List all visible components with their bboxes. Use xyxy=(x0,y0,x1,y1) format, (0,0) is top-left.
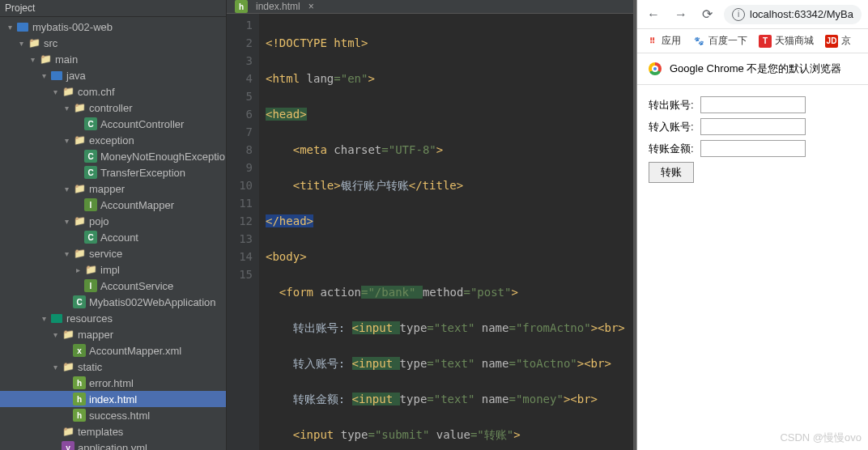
editor-tab-label[interactable]: index.html xyxy=(256,1,300,12)
from-row: 转出账号: xyxy=(649,96,857,113)
info-icon[interactable]: i xyxy=(732,8,745,21)
class-icon: C xyxy=(84,117,97,130)
apps-bookmark[interactable]: ⠿应用 xyxy=(645,34,681,48)
forward-button[interactable]: → xyxy=(671,6,691,23)
package-icon xyxy=(73,101,86,114)
tree-AccountMapperXml[interactable]: xAccountMapper.xml xyxy=(0,342,226,359)
tree-exception[interactable]: ▾exception xyxy=(0,132,226,148)
class-icon: C xyxy=(73,295,86,308)
tree-static[interactable]: ▾static xyxy=(0,359,226,375)
tree-service[interactable]: ▾service xyxy=(0,245,226,261)
chevron-down-icon: ▾ xyxy=(50,87,60,96)
tree-successHtml[interactable]: hsuccess.html xyxy=(0,407,226,423)
submit-row xyxy=(649,162,857,183)
tree-mapper[interactable]: ▾mapper xyxy=(0,180,226,197)
to-input[interactable] xyxy=(700,118,806,135)
chevron-down-icon: ▾ xyxy=(62,248,71,258)
browser-navbar: ← → ⟳ i localhost:63342/MyBa xyxy=(637,0,868,29)
editor-tabbar: h index.html × xyxy=(227,0,633,14)
tree-resources[interactable]: ▾resources xyxy=(0,310,226,326)
package-icon xyxy=(73,182,86,195)
code-content[interactable]: <!DOCTYPE html> <html lang="en"> <head> … xyxy=(259,14,632,450)
tree-pkg[interactable]: ▾com.chf xyxy=(0,83,226,100)
folder-icon xyxy=(62,360,74,373)
back-button[interactable]: ← xyxy=(644,6,663,23)
tree-MoneyNotEnoughException[interactable]: CMoneyNotEnoughExceptio xyxy=(0,148,226,164)
code-area[interactable]: 123456789101112131415 <!DOCTYPE html> <h… xyxy=(227,14,633,450)
reload-button[interactable]: ⟳ xyxy=(699,5,716,23)
chevron-down-icon: ▾ xyxy=(39,313,49,323)
tree-main[interactable]: ▾main xyxy=(0,51,226,67)
from-input[interactable] xyxy=(700,96,806,113)
infobar-text: Google Chrome 不是您的默认浏览器 xyxy=(670,62,841,76)
html-icon: h xyxy=(73,409,86,422)
html-icon: h xyxy=(73,393,86,405)
from-label: 转出账号: xyxy=(649,98,694,112)
folder-icon xyxy=(39,53,52,66)
amount-label: 转账金额: xyxy=(649,142,694,156)
package-icon xyxy=(73,214,86,227)
tree-templates[interactable]: templates xyxy=(0,423,226,439)
chevron-down-icon: ▾ xyxy=(62,184,71,193)
tree-MainApp[interactable]: CMybatis002WebApplication xyxy=(0,294,226,310)
amount-row: 转账金额: xyxy=(649,140,857,157)
tree-AccountService[interactable]: IAccountService xyxy=(0,278,226,294)
class-icon: C xyxy=(84,150,97,163)
to-row: 转入账号: xyxy=(649,118,857,135)
package-icon xyxy=(73,134,86,146)
tree-TransferException[interactable]: CTransferException xyxy=(0,164,226,180)
ide-pane: Project ▾mybatis-002-web ▾src ▾main ▾jav… xyxy=(0,0,633,450)
submit-button[interactable] xyxy=(649,162,694,183)
module-icon xyxy=(16,20,29,33)
url-text: localhost:63342/MyBa xyxy=(750,8,853,20)
tree-indexHtml[interactable]: hindex.html xyxy=(0,391,226,407)
interface-icon: I xyxy=(84,198,97,211)
sidebar-header: Project xyxy=(0,0,226,17)
tree-java[interactable]: ▾java xyxy=(0,67,226,83)
browser-pane: ← → ⟳ i localhost:63342/MyBa ⠿应用 🐾百度一下 T… xyxy=(636,0,868,450)
tree-impl[interactable]: ▸impl xyxy=(0,261,226,278)
line-gutter: 123456789101112131415 xyxy=(227,14,259,450)
tree-errorHtml[interactable]: herror.html xyxy=(0,375,226,391)
tree-controller[interactable]: ▾controller xyxy=(0,100,226,116)
to-label: 转入账号: xyxy=(649,120,694,134)
html-icon: h xyxy=(235,0,248,13)
tree-root[interactable]: ▾mybatis-002-web xyxy=(0,19,226,35)
project-label: Project xyxy=(5,2,35,14)
chevron-down-icon: ▾ xyxy=(50,362,60,371)
chevron-down-icon: ▾ xyxy=(39,70,49,80)
package-icon xyxy=(73,247,86,260)
close-icon[interactable]: × xyxy=(305,1,317,12)
chevron-down-icon: ▾ xyxy=(5,22,15,32)
bookmarks-bar: ⠿应用 🐾百度一下 T天猫商城 JD京 xyxy=(637,29,868,53)
tree-mapperFolder[interactable]: ▾mapper xyxy=(0,326,226,342)
resources-folder-icon xyxy=(50,312,63,325)
baidu-bookmark[interactable]: 🐾百度一下 xyxy=(692,34,747,48)
amount-input[interactable] xyxy=(700,140,806,157)
baidu-icon: 🐾 xyxy=(692,35,705,48)
class-icon: C xyxy=(84,231,97,244)
jd-bookmark[interactable]: JD京 xyxy=(825,34,851,48)
chevron-down-icon: ▾ xyxy=(16,38,26,48)
project-sidebar: Project ▾mybatis-002-web ▾src ▾main ▾jav… xyxy=(0,0,227,450)
xml-icon: x xyxy=(73,344,86,357)
tree-src[interactable]: ▾src xyxy=(0,35,226,51)
chrome-infobar: Google Chrome 不是您的默认浏览器 xyxy=(637,53,868,85)
interface-icon: I xyxy=(84,279,97,292)
chevron-right-icon: ▸ xyxy=(73,265,83,274)
editor-pane: h index.html × 123456789101112131415 <!D… xyxy=(227,0,633,450)
html-icon: h xyxy=(73,376,86,389)
tmall-bookmark[interactable]: T天猫商城 xyxy=(759,34,814,48)
tree-AccountMapper[interactable]: IAccountMapper xyxy=(0,197,226,213)
page-content: 转出账号: 转入账号: 转账金额: xyxy=(637,85,868,199)
chevron-down-icon: ▾ xyxy=(62,135,71,145)
project-tree: ▾mybatis-002-web ▾src ▾main ▾java ▾com.c… xyxy=(0,17,226,450)
tree-AccountController[interactable]: CAccountController xyxy=(0,116,226,132)
package-icon xyxy=(62,85,74,98)
folder-icon xyxy=(62,425,74,438)
tree-appYml[interactable]: yapplication.yml xyxy=(0,439,226,450)
jd-icon: JD xyxy=(825,35,838,48)
url-bar[interactable]: i localhost:63342/MyBa xyxy=(724,5,862,24)
tree-pojo[interactable]: ▾pojo xyxy=(0,213,226,229)
tree-Account[interactable]: CAccount xyxy=(0,229,226,245)
